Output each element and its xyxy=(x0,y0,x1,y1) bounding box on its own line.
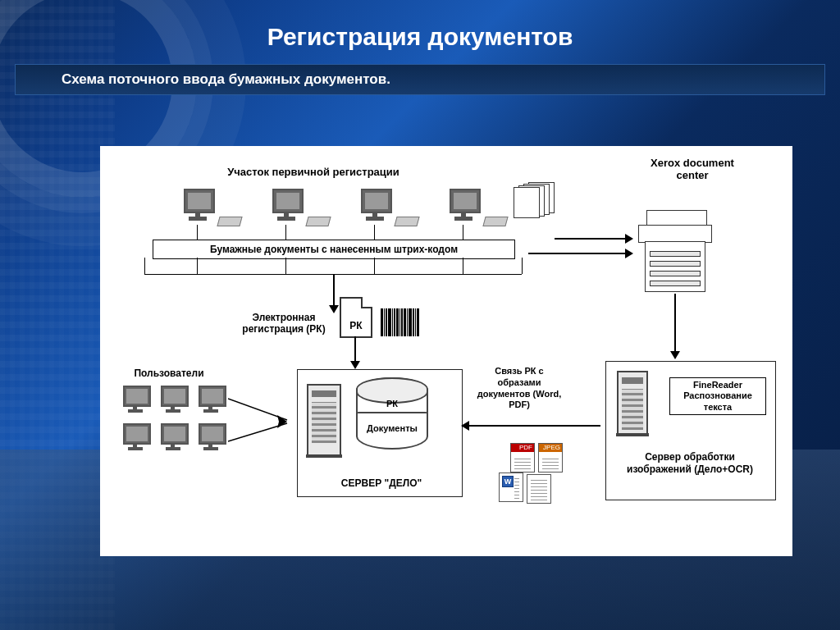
arrowhead-icon xyxy=(350,361,360,369)
keyboard-icon xyxy=(394,217,419,226)
user-pc-icon xyxy=(158,423,189,453)
user-pc-icon xyxy=(195,386,226,415)
arrow xyxy=(333,274,335,305)
label-link-rk: Связь РК с образами документов (Word, PD… xyxy=(474,366,564,411)
workstation-icon xyxy=(356,189,394,223)
connector xyxy=(144,258,145,274)
arrow xyxy=(528,253,625,254)
slide-title: Регистрация документов xyxy=(0,23,840,51)
user-pc-icon xyxy=(195,423,226,453)
jpeg-file-icon: JPEG xyxy=(538,443,563,472)
keyboard-icon xyxy=(217,217,242,226)
diagram-canvas: Участок первичной регистрации Xerox docu… xyxy=(100,146,792,556)
database-icon: РК Документы xyxy=(356,377,428,450)
connector xyxy=(197,225,198,240)
document-stack-icon xyxy=(514,182,553,213)
workstation-icon xyxy=(445,189,482,223)
label-users: Пользователи xyxy=(120,368,218,379)
word-file-icon: W xyxy=(499,472,523,502)
label-xerox: Xerox document center xyxy=(643,158,742,182)
connector xyxy=(285,258,286,274)
label-ereg: Электронная регистрация (РК) xyxy=(235,312,333,336)
server-tower-icon xyxy=(307,384,341,456)
arrow xyxy=(354,336,356,361)
barcode-icon xyxy=(381,308,419,336)
arrowhead-icon xyxy=(625,234,633,244)
workstation-icon xyxy=(267,189,305,223)
subtitle-bar: Схема поточного ввода бумажных документо… xyxy=(15,64,825,95)
arrowhead-icon xyxy=(461,421,469,431)
arrow xyxy=(555,238,625,240)
connector xyxy=(522,258,523,274)
connector xyxy=(285,225,286,240)
finereader-box: FineReader Распознование текста xyxy=(669,377,766,415)
connector xyxy=(374,258,375,274)
converge-arrows xyxy=(228,392,294,458)
arrowhead-icon xyxy=(625,249,633,258)
label-primary-registration: Участок первичной регистрации xyxy=(199,166,428,178)
label-ocr-server: Сервер обработки изображений (Дело+OCR) xyxy=(614,451,766,476)
workstation-icon xyxy=(179,189,217,223)
keyboard-icon xyxy=(482,217,508,226)
connector xyxy=(463,225,463,240)
rk-card-icon: РК xyxy=(340,297,372,338)
svg-marker-2 xyxy=(277,415,287,428)
user-pc-icon xyxy=(120,423,151,453)
copier-icon xyxy=(638,210,712,292)
text-file-icon xyxy=(527,474,551,504)
label-server-delo: СЕРВЕР "ДЕЛО" xyxy=(320,477,443,489)
pdf-file-icon: PDF xyxy=(510,443,535,472)
connector xyxy=(374,225,375,240)
user-pc-icon xyxy=(158,386,189,415)
connector xyxy=(197,258,198,274)
user-pc-icon xyxy=(120,386,151,415)
server-tower-icon xyxy=(617,371,648,435)
arrowhead-icon xyxy=(670,351,680,359)
arrow xyxy=(674,294,676,351)
subtitle-text: Схема поточного ввода бумажных документо… xyxy=(62,71,390,88)
keyboard-icon xyxy=(305,217,331,226)
arrow xyxy=(469,425,600,427)
banner-barcode-docs: Бумажные документы с нанесенным штрих-ко… xyxy=(153,240,515,259)
connector xyxy=(463,258,463,274)
